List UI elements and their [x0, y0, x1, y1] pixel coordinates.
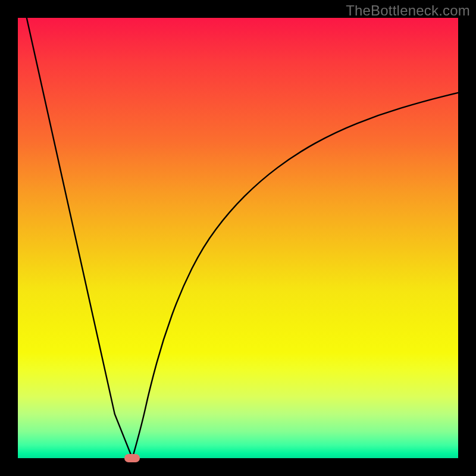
attribution-text: TheBottleneck.com — [346, 2, 470, 19]
bottleneck-curve — [18, 18, 458, 458]
plot-area — [18, 18, 458, 458]
right-branch — [132, 93, 458, 458]
chart-frame: TheBottleneck.com — [0, 0, 476, 476]
left-branch — [27, 18, 133, 458]
minimum-marker — [124, 454, 140, 462]
